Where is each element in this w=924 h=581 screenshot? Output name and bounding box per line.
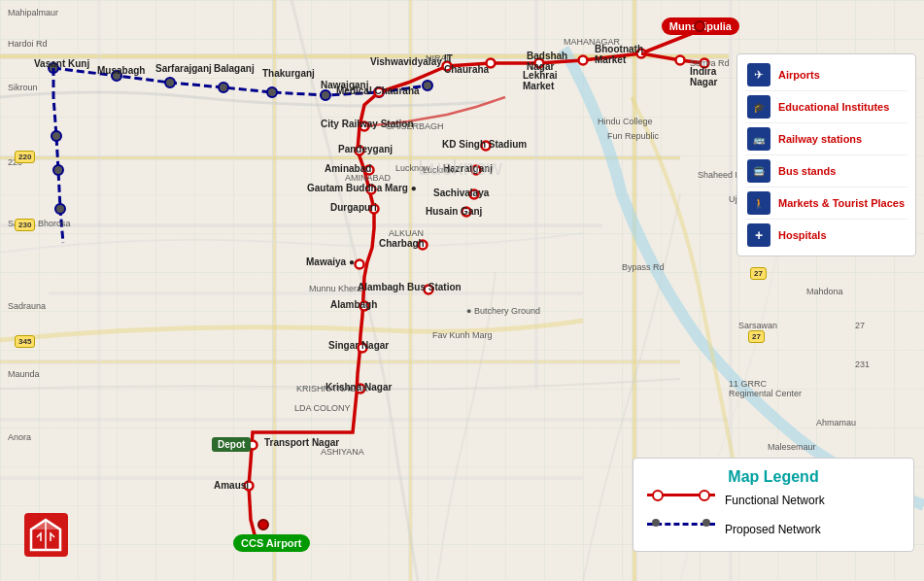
- svg-point-19: [367, 186, 376, 194]
- label-anora: Anora: [8, 432, 31, 442]
- railway-label: Railway stations: [778, 133, 862, 145]
- road-badge-345: 345: [15, 335, 35, 348]
- label-aminabad-area: AMINABAD: [345, 173, 391, 183]
- road-badge-230: 230: [15, 219, 35, 231]
- label-grrc: 11 GRRCRegimental Center: [729, 379, 802, 398]
- svg-point-15: [356, 147, 364, 155]
- svg-point-24: [356, 260, 364, 269]
- educational-icon: 🎓: [747, 95, 770, 119]
- info-item-markets[interactable]: 🚶 Markets & Tourist Places: [745, 188, 907, 220]
- label-semra: Semra Rd: [690, 58, 730, 68]
- svg-point-4: [267, 87, 277, 97]
- depot-badge: Depot: [212, 437, 251, 452]
- bus-label: Bus stands: [778, 165, 836, 177]
- info-item-airports[interactable]: ✈ Airports: [745, 59, 907, 91]
- label-mahdona: Mahdona: [806, 287, 843, 296]
- label-lda-colony: LDA COLONY: [294, 403, 351, 413]
- logo: [19, 508, 73, 562]
- svg-point-5: [321, 90, 330, 100]
- airport-dot: [257, 519, 269, 530]
- svg-point-27: [359, 344, 367, 353]
- svg-point-16: [482, 142, 491, 151]
- svg-point-13: [375, 88, 384, 97]
- legend-title: Map Legend: [647, 468, 900, 486]
- label-mahanagar: MAHANAGAR: [564, 37, 620, 47]
- svg-point-3: [219, 83, 228, 92]
- svg-point-30: [245, 482, 254, 491]
- label-faizabad-rd: Fav Kunh Marg: [432, 330, 493, 340]
- label-231: 231: [855, 359, 870, 369]
- label-niral: NIRAL: [426, 53, 452, 63]
- label-hardoi-rd: Hardoi Rd: [8, 39, 48, 49]
- svg-point-2: [165, 78, 175, 87]
- label-bypass: Bypass Rd: [622, 262, 665, 272]
- label-butchery: ● Butchery Ground: [466, 306, 540, 316]
- info-item-hospitals[interactable]: + Hospitals: [745, 220, 907, 251]
- legend-proposed-label: Proposed Network: [725, 523, 821, 536]
- label-mahipalmaur: Mahipalmaur: [8, 8, 58, 17]
- info-panel: ✈ Airports 🎓 Educational Institutes 🚌 Ra…: [736, 53, 916, 256]
- map-container: Munshipulia CCS Airport Depot Vasant Kun…: [0, 0, 924, 581]
- label-hindu-college: Hindu College: [598, 117, 653, 126]
- label-gaiserbagh: GAISERBAGH: [386, 121, 444, 131]
- label-27: 27: [855, 321, 865, 330]
- svg-point-26: [360, 302, 369, 311]
- svg-point-35: [55, 204, 65, 214]
- legend-functional-label: Functional Network: [725, 494, 825, 507]
- road-badge-27b: 27: [750, 267, 767, 280]
- legend-functional: Functional Network: [647, 494, 900, 507]
- label-sadrauna: Sadrauna: [8, 301, 46, 311]
- svg-point-22: [370, 205, 379, 214]
- svg-point-31: [676, 56, 685, 65]
- legend-proposed: Proposed Network: [647, 523, 900, 536]
- ccs-airport-terminal: CCS Airport: [233, 534, 310, 552]
- svg-point-21: [462, 208, 471, 217]
- svg-point-17: [472, 166, 481, 175]
- svg-point-33: [51, 131, 61, 141]
- info-item-educational[interactable]: 🎓 Educational Institutes: [745, 91, 907, 123]
- info-item-railway[interactable]: 🚌 Railway stations: [745, 123, 907, 155]
- road-badge-27: 27: [748, 330, 765, 343]
- svg-point-11: [487, 59, 496, 68]
- label-sarsawan: Sarsawan: [738, 321, 777, 330]
- label-munnu-khera: Munnu Khera: [309, 284, 361, 293]
- airports-icon: ✈: [747, 63, 770, 86]
- bus-icon: 🚍: [747, 159, 770, 183]
- svg-point-1: [112, 71, 121, 81]
- svg-point-7: [423, 81, 432, 90]
- airports-label: Airports: [778, 69, 820, 81]
- label-maunda: Maunda: [8, 369, 40, 379]
- legend-functional-line: [647, 494, 715, 507]
- label-alkuan: ALKUAN: [389, 228, 424, 238]
- label-sikroun: Sikroun: [8, 83, 38, 92]
- educational-label: Educational Institutes: [778, 101, 889, 113]
- label-fun-republic: Fun Republic: [607, 131, 659, 141]
- label-ashiyana: ASHIYANA: [321, 447, 364, 457]
- info-item-bus[interactable]: 🚍 Bus stands: [745, 155, 907, 188]
- svg-point-25: [425, 286, 433, 294]
- markets-icon: 🚶: [747, 191, 770, 215]
- label-malesemaur: Malesemaur: [768, 442, 816, 452]
- svg-point-23: [419, 241, 428, 250]
- markets-label: Markets & Tourist Places: [778, 197, 905, 209]
- svg-point-9: [579, 56, 588, 65]
- road-badge-220: 220: [15, 151, 35, 163]
- hospitals-icon: +: [747, 223, 770, 247]
- label-krishna-nagar-area: KRISHNA NAGAR: [296, 384, 368, 393]
- munshipulia-dot: [694, 20, 705, 32]
- svg-point-10: [535, 59, 544, 68]
- legend-proposed-line: [647, 523, 715, 536]
- railway-icon: 🚌: [747, 127, 770, 151]
- legend-box: Map Legend Functional Network Proposed N…: [633, 458, 914, 552]
- label-ahmamau: Ahmamau: [816, 418, 856, 427]
- svg-point-20: [470, 190, 479, 199]
- label-lucknow-city: Lucknow: [395, 163, 430, 173]
- svg-point-34: [53, 165, 63, 175]
- hospitals-label: Hospitals: [778, 229, 827, 241]
